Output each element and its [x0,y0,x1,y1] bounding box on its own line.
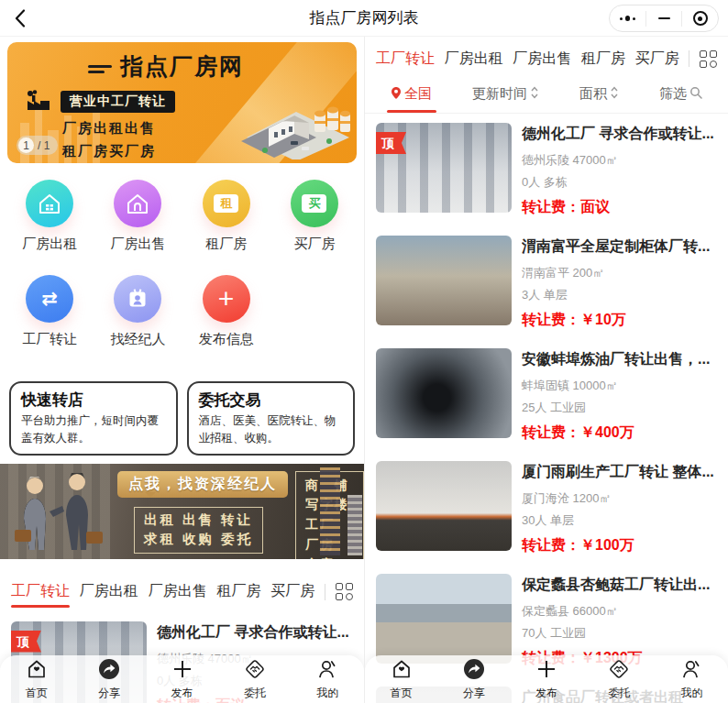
tabbar-mine[interactable]: 我的 [656,658,728,701]
tabbar-mine[interactable]: 我的 [292,658,364,701]
tabbar-publish[interactable]: 发布 [146,658,218,701]
tab-rent-factory[interactable]: 租厂房 [216,582,260,601]
tab-factory-transfer[interactable]: 工厂转让 [376,49,435,69]
banner-line2: 租厂房买厂房 [62,143,357,160]
share-icon [463,658,485,684]
tab-buy-factory[interactable]: 买厂房 [635,49,679,69]
listing-title: 保定蠡县杏鲍菇工厂转让出... [522,576,717,595]
filter-update-time[interactable]: 更新时间 [472,75,539,113]
top-badge: 顶 [376,132,406,154]
back-icon[interactable] [15,9,28,27]
tabbar-entrust[interactable]: 委托 [218,658,291,701]
category-grid-icon[interactable] [700,50,717,68]
promo-card-title: 快速转店 [21,390,166,411]
listing-location: 德州乐陵 47000㎡ [522,152,717,169]
search-icon [689,86,702,102]
listing-item[interactable]: 顶 德州化工厂 寻求合作或转让... 德州乐陵 47000㎡ 0人 多栋 转让费… [365,114,728,226]
listing-photo [376,461,512,551]
publish-plus-icon [171,658,193,684]
filter-region[interactable]: 全国 [391,75,432,113]
tower-decoration [347,495,362,555]
profile-icon [316,658,338,684]
wechat-capsule [609,5,719,32]
filter-advanced[interactable]: 筛选 [659,75,702,113]
tab-factory-rent[interactable]: 厂房出租 [445,49,503,69]
tab-factory-sell[interactable]: 厂房出售 [149,582,207,601]
listing-meta: 70人 工业园 [522,625,717,642]
listing-item[interactable]: 渭南富平全屋定制柜体厂转... 渭南富平 200㎡ 3人 单层 转让费：￥10万 [365,226,728,339]
bottom-tab-bar: 首页 分享 发布 委托 我的 [0,655,364,703]
home-icon [26,658,48,684]
nav-bar: 指点厂房网列表 [0,0,728,37]
quick-entry-rent-factory[interactable]: 租 租厂房 [182,180,270,253]
listing-meta: 0人 多栋 [522,174,717,191]
tabbar-home[interactable]: 首页 [365,658,437,701]
more-dots-icon[interactable] [610,16,645,21]
quick-entry-factory-rent[interactable]: 厂房出租 [6,180,94,253]
promo-card-entrust-trade[interactable]: 委托交易 酒店、医美、医院转让、物业招租、收购。 [187,381,356,456]
listing-price: 转让费：￥400万 [522,423,717,443]
promo-card-desc: 酒店、医美、医院转让、物业招租、收购。 [199,412,344,447]
listing-photo [376,574,512,664]
target-icon[interactable] [682,11,718,26]
listing-item[interactable]: 安徽蚌埠炼油厂转让出售，... 蚌埠固镇 10000㎡ 25人 工业园 转让费：… [365,339,728,452]
listing-title: 德州化工厂 寻求合作或转让... [522,125,717,144]
listing-title: 安徽蚌埠炼油厂转让出售，... [522,350,717,369]
transfer-arrows-icon: ⇄ [26,275,73,323]
tower-decoration [320,467,340,555]
banner-title: 指点厂房网 [7,51,357,82]
tab-rent-factory[interactable]: 租厂房 [581,49,625,69]
left-category-tabs: 工厂转让 厂房出租 厂房出售 租厂房 买厂房 [0,576,364,609]
sort-arrows-icon [530,85,539,103]
promo-card-quick-transfer[interactable]: 快速转店 平台助力推广，短时间内覆盖有效人群。 [9,381,178,456]
rent-ticket-icon: 租 [203,180,250,227]
location-pin-icon [391,86,402,103]
home-icon [391,658,413,684]
filter-area[interactable]: 面积 [579,75,619,113]
category-grid-icon[interactable] [336,583,353,600]
hero-banner[interactable]: 指点厂房网 营业中工厂转让 厂房出租出售 租厂房买厂房 1 / 1 [7,42,357,163]
listing-item[interactable]: 厦门雨刷生产工厂转让 整体... 厦门海沧 1200㎡ 30人 单层 转让费：￥… [365,452,728,565]
tab-factory-transfer[interactable]: 工厂转让 [11,582,70,601]
listing-price: 转让费：￥10万 [522,311,717,330]
listing-meta: 25人 工业园 [522,400,717,416]
tab-factory-sell[interactable]: 厂房出售 [513,49,571,69]
listing-meta: 3人 单层 [522,287,717,303]
filter-bar: 全国 更新时间 面积 筛选 [365,75,728,114]
right-category-tabs: 工厂转让 厂房出租 厂房出售 租厂房 买厂房 [365,42,728,75]
listing-photo [376,348,512,438]
listing-list: 顶 德州化工厂 寻求合作或转让... 德州乐陵 47000㎡ 0人 多栋 转让费… [365,114,728,703]
tab-factory-rent[interactable]: 厂房出租 [80,582,138,601]
businessmen-illustration [9,466,110,557]
listing-location: 渭南富平 200㎡ [522,265,717,281]
promo-card-title: 委托交易 [199,390,344,411]
quick-entry-factory-sell[interactable]: 厂房出售 [94,180,182,253]
buy-ticket-icon: 买 [291,180,338,227]
quick-entry-publish-info[interactable]: + 发布信息 [182,275,270,348]
share-icon [98,658,120,684]
quick-entry-factory-transfer[interactable]: ⇄ 工厂转让 [6,275,94,348]
promo-card-desc: 平台助力推广，短时间内覆盖有效人群。 [21,412,166,447]
listing-location: 蚌埠固镇 10000㎡ [522,378,717,394]
listing-location: 厦门海沧 1200㎡ [522,490,717,507]
ad-headline: 点我，找资深经纪人 [117,471,288,498]
quick-entry-buy-factory[interactable]: 买 买厂房 [270,180,358,253]
entrust-handshake-icon [608,658,630,684]
listing-panel: 工厂转让 厂房出租 厂房出售 租厂房 买厂房 全国 更新时间 面积 [364,37,728,703]
tabbar-share[interactable]: 分享 [72,658,145,701]
promo-cards: 快速转店 平台助力推广，短时间内覆盖有效人群。 委托交易 酒店、医美、医院转让、… [9,381,355,456]
quick-entry-find-agent[interactable]: 找经纪人 [94,275,182,348]
agent-ad-banner[interactable]: 点我，找资深经纪人 出租 出售 转让 求租 收购 委托 商 铺 写字楼 工厂 厂… [0,464,364,559]
listing-price: 转让费：面议 [522,198,717,217]
minimize-icon[interactable] [646,17,682,20]
tabbar-share[interactable]: 分享 [437,658,510,701]
listing-price: 转让费：￥100万 [522,536,717,555]
tab-buy-factory[interactable]: 买厂房 [270,582,314,601]
plus-icon: + [203,275,250,323]
tabbar-home[interactable]: 首页 [0,658,72,701]
house-rent-icon [26,180,73,227]
app-screen: 指点厂房网列表 指点厂房网 [0,0,728,703]
entrust-handshake-icon [244,658,266,684]
tabbar-entrust[interactable]: 委托 [583,658,656,701]
tabbar-publish[interactable]: 发布 [510,658,582,701]
